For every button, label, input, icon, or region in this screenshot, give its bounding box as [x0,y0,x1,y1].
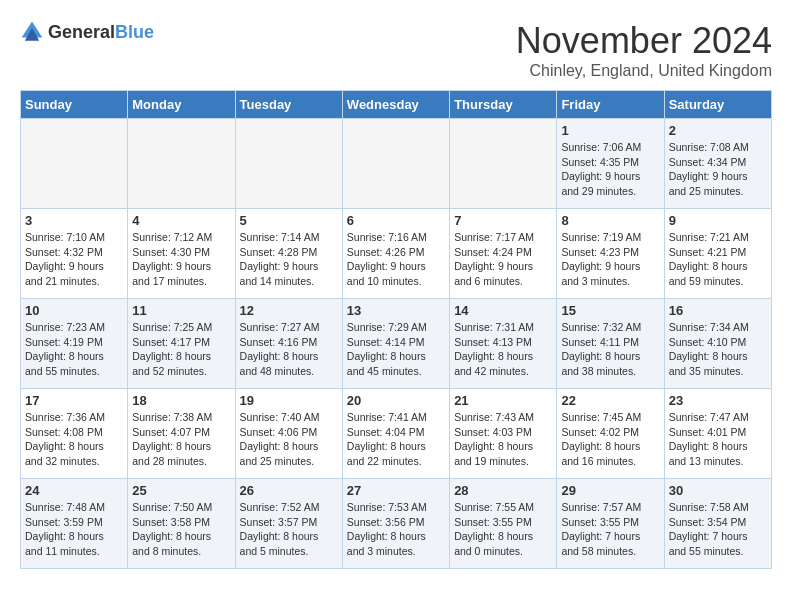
calendar-table: SundayMondayTuesdayWednesdayThursdayFrid… [20,90,772,569]
day-info: Sunrise: 7:29 AMSunset: 4:14 PMDaylight:… [347,320,445,379]
calendar-cell: 20Sunrise: 7:41 AMSunset: 4:04 PMDayligh… [342,389,449,479]
day-info: Sunrise: 7:25 AMSunset: 4:17 PMDaylight:… [132,320,230,379]
day-info: Sunrise: 7:10 AMSunset: 4:32 PMDaylight:… [25,230,123,289]
calendar-cell: 2Sunrise: 7:08 AMSunset: 4:34 PMDaylight… [664,119,771,209]
day-info: Sunrise: 7:40 AMSunset: 4:06 PMDaylight:… [240,410,338,469]
day-number: 25 [132,483,230,498]
calendar-cell: 25Sunrise: 7:50 AMSunset: 3:58 PMDayligh… [128,479,235,569]
day-number: 26 [240,483,338,498]
weekday-header-friday: Friday [557,91,664,119]
calendar-cell: 24Sunrise: 7:48 AMSunset: 3:59 PMDayligh… [21,479,128,569]
day-info: Sunrise: 7:43 AMSunset: 4:03 PMDaylight:… [454,410,552,469]
day-number: 17 [25,393,123,408]
day-info: Sunrise: 7:12 AMSunset: 4:30 PMDaylight:… [132,230,230,289]
day-info: Sunrise: 7:14 AMSunset: 4:28 PMDaylight:… [240,230,338,289]
calendar-cell: 22Sunrise: 7:45 AMSunset: 4:02 PMDayligh… [557,389,664,479]
calendar-cell: 10Sunrise: 7:23 AMSunset: 4:19 PMDayligh… [21,299,128,389]
calendar-cell: 4Sunrise: 7:12 AMSunset: 4:30 PMDaylight… [128,209,235,299]
day-info: Sunrise: 7:16 AMSunset: 4:26 PMDaylight:… [347,230,445,289]
weekday-header-monday: Monday [128,91,235,119]
weekday-header-wednesday: Wednesday [342,91,449,119]
calendar-cell: 7Sunrise: 7:17 AMSunset: 4:24 PMDaylight… [450,209,557,299]
day-number: 22 [561,393,659,408]
calendar-cell: 8Sunrise: 7:19 AMSunset: 4:23 PMDaylight… [557,209,664,299]
day-number: 14 [454,303,552,318]
day-number: 27 [347,483,445,498]
day-info: Sunrise: 7:45 AMSunset: 4:02 PMDaylight:… [561,410,659,469]
day-info: Sunrise: 7:17 AMSunset: 4:24 PMDaylight:… [454,230,552,289]
location-subtitle: Chinley, England, United Kingdom [516,62,772,80]
day-info: Sunrise: 7:50 AMSunset: 3:58 PMDaylight:… [132,500,230,559]
calendar-cell: 3Sunrise: 7:10 AMSunset: 4:32 PMDaylight… [21,209,128,299]
calendar-cell: 23Sunrise: 7:47 AMSunset: 4:01 PMDayligh… [664,389,771,479]
day-info: Sunrise: 7:06 AMSunset: 4:35 PMDaylight:… [561,140,659,199]
calendar-cell: 19Sunrise: 7:40 AMSunset: 4:06 PMDayligh… [235,389,342,479]
calendar-cell [128,119,235,209]
day-number: 1 [561,123,659,138]
calendar-cell: 14Sunrise: 7:31 AMSunset: 4:13 PMDayligh… [450,299,557,389]
calendar-cell: 12Sunrise: 7:27 AMSunset: 4:16 PMDayligh… [235,299,342,389]
calendar-cell [235,119,342,209]
calendar-cell: 9Sunrise: 7:21 AMSunset: 4:21 PMDaylight… [664,209,771,299]
day-info: Sunrise: 7:58 AMSunset: 3:54 PMDaylight:… [669,500,767,559]
month-year-title: November 2024 [516,20,772,62]
logo-icon [20,20,44,44]
day-number: 5 [240,213,338,228]
day-number: 10 [25,303,123,318]
calendar-cell: 18Sunrise: 7:38 AMSunset: 4:07 PMDayligh… [128,389,235,479]
logo-general: General [48,22,115,42]
day-number: 4 [132,213,230,228]
day-number: 3 [25,213,123,228]
calendar-cell: 28Sunrise: 7:55 AMSunset: 3:55 PMDayligh… [450,479,557,569]
calendar-week-row: 3Sunrise: 7:10 AMSunset: 4:32 PMDaylight… [21,209,772,299]
logo-blue: Blue [115,22,154,42]
day-number: 9 [669,213,767,228]
day-number: 13 [347,303,445,318]
calendar-cell: 15Sunrise: 7:32 AMSunset: 4:11 PMDayligh… [557,299,664,389]
calendar-cell: 11Sunrise: 7:25 AMSunset: 4:17 PMDayligh… [128,299,235,389]
day-info: Sunrise: 7:48 AMSunset: 3:59 PMDaylight:… [25,500,123,559]
calendar-cell [342,119,449,209]
day-info: Sunrise: 7:19 AMSunset: 4:23 PMDaylight:… [561,230,659,289]
day-number: 20 [347,393,445,408]
calendar-cell: 1Sunrise: 7:06 AMSunset: 4:35 PMDaylight… [557,119,664,209]
header-area: GeneralBlue November 2024 Chinley, Engla… [20,20,772,80]
calendar-cell: 16Sunrise: 7:34 AMSunset: 4:10 PMDayligh… [664,299,771,389]
calendar-cell: 6Sunrise: 7:16 AMSunset: 4:26 PMDaylight… [342,209,449,299]
day-number: 24 [25,483,123,498]
day-number: 18 [132,393,230,408]
logo: GeneralBlue [20,20,154,44]
day-info: Sunrise: 7:53 AMSunset: 3:56 PMDaylight:… [347,500,445,559]
day-info: Sunrise: 7:08 AMSunset: 4:34 PMDaylight:… [669,140,767,199]
calendar-week-row: 1Sunrise: 7:06 AMSunset: 4:35 PMDaylight… [21,119,772,209]
day-info: Sunrise: 7:47 AMSunset: 4:01 PMDaylight:… [669,410,767,469]
day-info: Sunrise: 7:41 AMSunset: 4:04 PMDaylight:… [347,410,445,469]
day-number: 11 [132,303,230,318]
day-number: 21 [454,393,552,408]
day-info: Sunrise: 7:55 AMSunset: 3:55 PMDaylight:… [454,500,552,559]
calendar-cell [21,119,128,209]
day-info: Sunrise: 7:36 AMSunset: 4:08 PMDaylight:… [25,410,123,469]
calendar-week-row: 10Sunrise: 7:23 AMSunset: 4:19 PMDayligh… [21,299,772,389]
day-number: 6 [347,213,445,228]
calendar-cell: 17Sunrise: 7:36 AMSunset: 4:08 PMDayligh… [21,389,128,479]
weekday-header-row: SundayMondayTuesdayWednesdayThursdayFrid… [21,91,772,119]
day-number: 28 [454,483,552,498]
calendar-cell: 5Sunrise: 7:14 AMSunset: 4:28 PMDaylight… [235,209,342,299]
weekday-header-saturday: Saturday [664,91,771,119]
day-number: 15 [561,303,659,318]
calendar-cell: 13Sunrise: 7:29 AMSunset: 4:14 PMDayligh… [342,299,449,389]
weekday-header-thursday: Thursday [450,91,557,119]
weekday-header-sunday: Sunday [21,91,128,119]
day-info: Sunrise: 7:52 AMSunset: 3:57 PMDaylight:… [240,500,338,559]
title-area: November 2024 Chinley, England, United K… [516,20,772,80]
day-number: 16 [669,303,767,318]
day-number: 12 [240,303,338,318]
calendar-week-row: 17Sunrise: 7:36 AMSunset: 4:08 PMDayligh… [21,389,772,479]
day-info: Sunrise: 7:23 AMSunset: 4:19 PMDaylight:… [25,320,123,379]
day-info: Sunrise: 7:31 AMSunset: 4:13 PMDaylight:… [454,320,552,379]
day-info: Sunrise: 7:32 AMSunset: 4:11 PMDaylight:… [561,320,659,379]
day-info: Sunrise: 7:57 AMSunset: 3:55 PMDaylight:… [561,500,659,559]
day-info: Sunrise: 7:21 AMSunset: 4:21 PMDaylight:… [669,230,767,289]
calendar-cell [450,119,557,209]
